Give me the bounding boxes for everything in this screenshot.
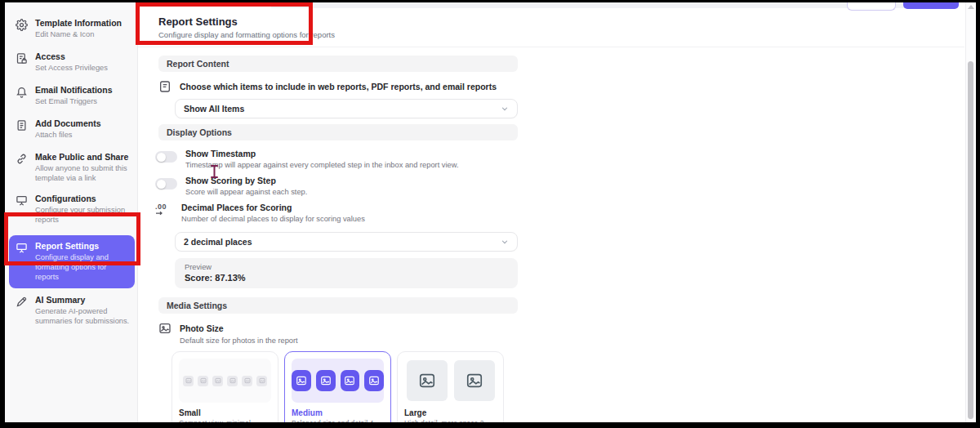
settings-content: Report Content Choose which items to inc… — [158, 56, 518, 422]
image-icon — [242, 376, 252, 386]
photo-size-option-description: Balanced size and detail 4 photos per ro… — [292, 419, 384, 422]
large-preview — [404, 359, 497, 403]
toggle-knob — [157, 153, 166, 162]
image-icon — [198, 376, 208, 386]
report-items-label: Choose which items to include in web rep… — [180, 80, 497, 92]
decimal-places-title: Decimal Places for Scoring — [181, 203, 365, 213]
sidebar-item-email-notifications[interactable]: Email Notifications Set Email Triggers — [5, 85, 137, 106]
image-icon — [407, 360, 448, 401]
section-media-settings: Media Settings — [158, 297, 518, 314]
page-header: Report Settings Configure display and fo… — [138, 2, 964, 47]
image-icon — [227, 376, 238, 386]
sidebar-item-label: AI Summary — [35, 295, 131, 305]
sidebar-item-description: Configure display and formatting options… — [35, 252, 128, 282]
scrollbar-thumb[interactable] — [968, 61, 973, 419]
chevron-down-icon — [501, 105, 509, 113]
show-timestamp-description: Timestamp will appear against every comp… — [185, 160, 459, 170]
sidebar-item-access[interactable]: Access Set Access Privileges — [5, 51, 137, 73]
sidebar-item-report-settings[interactable]: Report Settings Configure display and fo… — [9, 235, 135, 288]
primary-button-cutoff[interactable] — [903, 2, 959, 9]
image-icon — [212, 376, 223, 386]
sidebar-item-label: Access — [35, 51, 108, 62]
photo-icon — [158, 322, 172, 335]
photo-size-option-description: Compact view, minimal space 6 photos per… — [179, 419, 271, 422]
link-icon — [16, 152, 29, 183]
image-icon — [183, 376, 194, 386]
show-timestamp-toggle[interactable] — [155, 151, 177, 163]
show-timestamp-row: Show Timestamp Timestamp will appear aga… — [155, 149, 518, 170]
show-scoring-toggle[interactable] — [155, 178, 177, 189]
file-lock-icon — [16, 51, 29, 73]
show-scoring-description: Score will appear against each step. — [185, 187, 307, 197]
decimal-places-row: .00 Decimal Places for Scoring Number of… — [155, 203, 518, 224]
decimal-places-dropdown[interactable]: 2 decimal places — [175, 232, 518, 252]
sidebar-item-description: Configure your submission reports — [35, 205, 131, 225]
show-timestamp-title: Show Timestamp — [185, 149, 459, 159]
image-icon — [256, 376, 267, 386]
decimal-icon: .00 — [155, 203, 173, 216]
photo-size-option-medium[interactable]: Medium Balanced size and detail 4 photos… — [284, 351, 391, 422]
show-scoring-title: Show Scoring by Step — [185, 176, 307, 186]
sidebar-item-label: Add Documents — [35, 118, 101, 129]
medium-preview — [292, 359, 384, 403]
photo-size-option-description: High detail, more space 2 photos per row — [404, 419, 497, 422]
sidebar-item-description: Generate AI-powered summaries for submis… — [35, 306, 131, 326]
projector-icon — [16, 194, 29, 225]
show-scoring-row: Show Scoring by Step Score will appear a… — [155, 176, 518, 197]
sidebar-item-label: Template Information — [35, 18, 122, 29]
bell-icon — [16, 85, 29, 106]
image-icon — [454, 360, 495, 401]
preview-label: Preview — [185, 263, 508, 271]
report-items-row: Choose which items to include in web rep… — [158, 80, 518, 93]
section-display-options: Display Options — [158, 124, 518, 140]
decimal-places-dropdown-value: 2 decimal places — [184, 237, 252, 247]
page-subtitle: Configure display and formatting options… — [158, 30, 964, 39]
sidebar-item-add-documents[interactable]: Add Documents Attach files — [5, 118, 137, 140]
sidebar-item-description: Set Access Privileges — [35, 63, 108, 73]
preview-score-value: Score: 87.13% — [185, 273, 508, 283]
page-title: Report Settings — [158, 16, 964, 28]
sidebar-item-description: Set Email Triggers — [35, 96, 113, 106]
app-window: Template Information Edit Name & Icon Ac… — [5, 2, 976, 422]
pencil-icon — [16, 295, 29, 326]
photo-size-row: Photo Size Default size for photos in th… — [158, 322, 518, 346]
photo-size-option-name: Large — [404, 408, 497, 417]
gear-icon — [16, 18, 29, 39]
sidebar-item-make-public-and-share[interactable]: Make Public and Share Allow anyone to su… — [5, 152, 137, 183]
chevron-down-icon — [501, 238, 509, 246]
items-include-dropdown-value: Show All Items — [184, 104, 244, 114]
image-icon — [292, 370, 311, 391]
section-report-content: Report Content — [158, 56, 518, 72]
vertical-scrollbar[interactable] — [965, 2, 975, 422]
photo-size-option-name: Medium — [292, 408, 384, 417]
sidebar-item-label: Email Notifications — [35, 85, 113, 96]
decimal-places-description: Number of decimal places to display for … — [181, 214, 365, 224]
settings-sidebar: Template Information Edit Name & Icon Ac… — [5, 2, 138, 422]
sidebar-item-label: Configurations — [35, 194, 131, 204]
image-icon — [341, 370, 360, 391]
secondary-button-cutoff[interactable] — [847, 2, 896, 11]
sidebar-item-label: Make Public and Share — [35, 152, 131, 163]
photo-size-option-large[interactable]: Large High detail, more space 2 photos p… — [397, 351, 504, 422]
scroll-up-arrow-icon[interactable] — [968, 5, 974, 9]
items-include-dropdown[interactable]: Show All Items — [175, 99, 518, 118]
sidebar-item-label: Report Settings — [35, 241, 128, 252]
sidebar-item-description: Edit Name & Icon — [35, 29, 122, 39]
main-panel: Report Settings Configure display and fo… — [138, 2, 964, 422]
sidebar-item-description: Allow anyone to submit this template via… — [35, 163, 131, 183]
sidebar-item-configurations[interactable]: Configurations Configure your submission… — [5, 194, 137, 225]
score-preview-box: Preview Score: 87.13% — [175, 258, 518, 288]
photo-size-option-small[interactable]: Small Compact view, minimal space 6 phot… — [172, 351, 278, 422]
sidebar-item-template-information[interactable]: Template Information Edit Name & Icon — [5, 18, 137, 39]
image-icon — [364, 370, 384, 391]
photo-size-option-name: Small — [179, 408, 271, 417]
photo-size-title: Photo Size — [180, 322, 298, 334]
small-preview — [179, 359, 271, 403]
document-icon — [16, 118, 29, 140]
photo-size-description: Default size for photos in the report — [180, 336, 298, 346]
sidebar-item-ai-summary[interactable]: AI Summary Generate AI-powered summaries… — [5, 295, 137, 326]
image-icon — [316, 370, 336, 391]
note-icon — [158, 80, 172, 93]
toggle-knob — [157, 180, 166, 189]
photo-size-options: Small Compact view, minimal space 6 phot… — [172, 351, 518, 422]
